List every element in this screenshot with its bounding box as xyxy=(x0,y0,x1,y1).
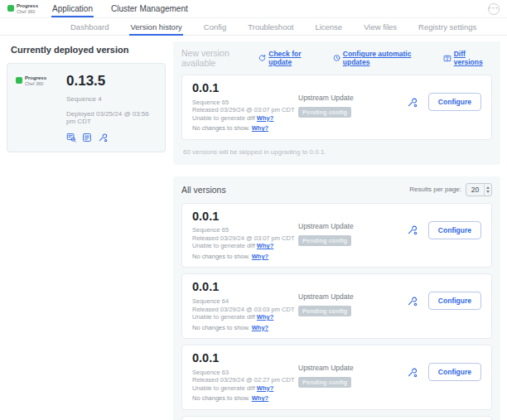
version-row: 0.0.1 Sequence 64 Released 03/29/24 @ 03… xyxy=(181,273,492,339)
version-sequence: Sequence 63 xyxy=(192,369,298,377)
configure-button[interactable]: Configure xyxy=(428,93,481,111)
diff-icon[interactable] xyxy=(66,133,76,142)
diff-error-note: Unable to generate diff Why? xyxy=(192,313,298,321)
version-row: 0.0.1 Sequence 63 Released 03/29/24 @ 02… xyxy=(181,345,492,410)
changes-note-text: No changes to show. xyxy=(192,253,250,260)
page-content: Currently deployed version Progress Chef… xyxy=(0,36,507,420)
version-sequence: Sequence 64 xyxy=(192,297,298,306)
subnav-item-label: Troubleshoot xyxy=(248,22,293,31)
status-badge: Pending config xyxy=(298,235,351,246)
brand-logo: Progress Chef 360 xyxy=(7,3,38,14)
subnav-item-label: Config xyxy=(204,22,226,31)
wrench-icon[interactable] xyxy=(98,133,108,142)
diff-error-why-link[interactable]: Why? xyxy=(257,242,273,249)
version-row: 0.0.1 Sequence 65 Released 03/29/24 @ 03… xyxy=(181,203,492,268)
diff-error-text: Unable to generate diff xyxy=(192,242,255,249)
header-tab-label: Cluster Management xyxy=(111,4,188,13)
deployed-version-card: Progress Chef 360 0.13.5 Sequence 4 Depl… xyxy=(7,63,166,152)
configure-button[interactable]: Configure xyxy=(428,363,481,381)
app-subnav: Dashboard Version history Config Trouble… xyxy=(0,18,507,36)
top-bar: Progress Chef 360 Application Cluster Ma… xyxy=(0,0,507,18)
version-number: 0.0.1 xyxy=(192,81,298,95)
subnav-item-label: License xyxy=(315,22,342,31)
diff-error-why-link[interactable]: Why? xyxy=(257,384,273,392)
header-tab[interactable]: Cluster Management xyxy=(110,0,189,17)
app-logo-name: Progress xyxy=(25,75,46,81)
stepper-arrows-icon xyxy=(484,184,491,196)
changes-note-text: No changes to show. xyxy=(192,124,250,132)
subnav-item[interactable]: Registry settings xyxy=(418,18,477,35)
brand-product: Chef 360 xyxy=(17,9,38,14)
wrench-icon[interactable] xyxy=(407,367,418,378)
wrench-icon[interactable] xyxy=(407,97,418,108)
brand-logo-icon xyxy=(7,5,14,12)
version-source: Upstream Update xyxy=(298,222,407,230)
subnav-item-label: View files xyxy=(364,22,397,31)
edit-config-icon[interactable] xyxy=(82,133,92,142)
version-released: Released 03/29/24 @ 03:03 pm CDT xyxy=(192,306,298,314)
changes-why-link[interactable]: Why? xyxy=(252,394,268,402)
version-history-main: New version available Check for update C… xyxy=(173,41,500,420)
app-logo-icon xyxy=(16,77,22,84)
header-tab[interactable]: Application xyxy=(51,0,94,17)
status-badge: Pending config xyxy=(298,107,351,118)
all-versions-section: All versions Results per page: 20 0 xyxy=(173,176,500,420)
version-source: Upstream Update xyxy=(298,94,407,102)
version-source: Upstream Update xyxy=(298,292,407,301)
subnav-item[interactable]: Dashboard xyxy=(70,18,109,35)
app-logo-product: Chef 360 xyxy=(25,81,46,86)
version-released: Released 03/29/24 @ 02:27 pm CDT xyxy=(192,376,298,384)
all-versions-title: All versions xyxy=(181,185,226,195)
subnav-item-label: Version history xyxy=(130,22,181,31)
changes-why-link[interactable]: Why? xyxy=(252,324,268,331)
deployed-sequence: Sequence 4 xyxy=(66,95,157,103)
subnav-item-label: Dashboard xyxy=(70,22,109,31)
subnav-item[interactable]: Version history xyxy=(129,18,182,35)
new-version-card: 0.0.1 Sequence 65 Released 03/29/24 @ 03… xyxy=(181,75,492,140)
wrench-icon[interactable] xyxy=(407,224,418,235)
header-tab-label: Application xyxy=(52,4,93,13)
wrench-icon[interactable] xyxy=(407,296,418,307)
version-rows: 0.0.1 Sequence 65 Released 03/29/24 @ 03… xyxy=(181,203,492,420)
configure-button[interactable]: Configure xyxy=(428,221,481,239)
deployed-panel-title: Currently deployed version xyxy=(11,45,166,55)
skipped-versions-note: 60 versions will be skipped in upgrading… xyxy=(183,148,492,156)
configure-automatic-updates-link[interactable]: Configure automatic updates xyxy=(333,50,431,66)
diff-error-text: Unable to generate diff xyxy=(192,114,255,122)
results-per-page-select[interactable]: 20 xyxy=(466,183,492,196)
configure-button[interactable]: Configure xyxy=(428,292,481,310)
subnav-item[interactable]: License xyxy=(314,18,343,35)
changes-note: No changes to show. Why? xyxy=(192,394,298,403)
changes-why-link[interactable]: Why? xyxy=(252,253,268,260)
version-sequence: Sequence 65 xyxy=(192,226,298,234)
version-row: 0.0.1 Sequence 62 Released 03/29/24 @ 02… xyxy=(181,416,492,420)
diff-error-why-link[interactable]: Why? xyxy=(257,313,273,321)
diff-error-text: Unable to generate diff xyxy=(192,313,255,321)
brand-logo-text: Progress Chef 360 xyxy=(17,3,38,14)
brand-name: Progress xyxy=(17,3,38,9)
changes-note-text: No changes to show. xyxy=(192,394,250,402)
subnav-item-label: Registry settings xyxy=(418,22,476,31)
results-per-page-value: 20 xyxy=(466,184,484,196)
diff-versions-icon xyxy=(443,54,451,63)
subnav-item[interactable]: Config xyxy=(203,18,227,35)
changes-note: No changes to show. Why? xyxy=(192,324,298,332)
status-badge: Pending config xyxy=(298,306,351,316)
check-for-update-link[interactable]: Check for update xyxy=(258,50,321,66)
changes-note: No changes to show. Why? xyxy=(192,253,298,261)
deployed-version-number: 0.13.5 xyxy=(66,73,157,89)
changes-note-text: No changes to show. xyxy=(192,324,250,331)
refresh-icon xyxy=(258,54,266,62)
version-released: Released 03/29/24 @ 03:07 pm CDT xyxy=(192,106,298,114)
diff-versions-link[interactable]: Diff versions xyxy=(443,50,492,66)
subnav-item[interactable]: Troubleshoot xyxy=(247,18,294,35)
subnav-item[interactable]: View files xyxy=(363,18,398,35)
ellipsis-menu-icon[interactable] xyxy=(488,3,500,15)
clock-icon xyxy=(333,54,340,62)
changes-why-link[interactable]: Why? xyxy=(252,124,268,132)
deployed-timestamp: Deployed 03/25/24 @ 03:56 pm CDT xyxy=(66,110,157,125)
check-for-update-label: Check for update xyxy=(268,50,321,66)
diff-error-why-link[interactable]: Why? xyxy=(257,114,273,122)
new-version-title: New version available xyxy=(181,48,258,68)
version-sequence: Sequence 65 xyxy=(192,99,298,107)
